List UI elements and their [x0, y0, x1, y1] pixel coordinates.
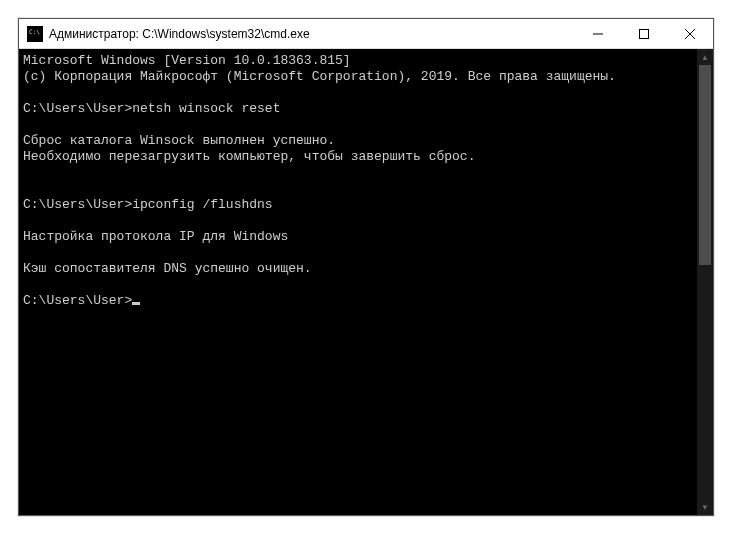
terminal-line: Настройка протокола IP для Windows	[23, 229, 693, 245]
scroll-down-icon[interactable]: ▼	[697, 499, 713, 515]
terminal-line: Кэш сопоставителя DNS успешно очищен.	[23, 261, 693, 277]
terminal-line: C:\Users\User>netsh winsock reset	[23, 101, 693, 117]
close-button[interactable]	[667, 19, 713, 48]
terminal-output[interactable]: Microsoft Windows [Version 10.0.18363.81…	[19, 49, 697, 515]
cmd-window: Администратор: C:\Windows\system32\cmd.e…	[18, 18, 714, 516]
maximize-icon	[639, 29, 649, 39]
terminal-line: Сброс каталога Winsock выполнен успешно.	[23, 133, 693, 149]
window-controls	[575, 19, 713, 48]
scroll-up-icon[interactable]: ▲	[697, 49, 713, 65]
terminal-line	[23, 213, 693, 229]
terminal-line: (c) Корпорация Майкрософт (Microsoft Cor…	[23, 69, 693, 85]
scrollbar[interactable]: ▲ ▼	[697, 49, 713, 515]
close-icon	[685, 29, 695, 39]
cmd-icon	[27, 26, 43, 42]
terminal-line	[23, 117, 693, 133]
terminal-line	[23, 85, 693, 101]
terminal-line: C:\Users\User>ipconfig /flushdns	[23, 197, 693, 213]
terminal-line	[23, 277, 693, 293]
window-title: Администратор: C:\Windows\system32\cmd.e…	[49, 27, 575, 41]
content-area: Microsoft Windows [Version 10.0.18363.81…	[19, 49, 713, 515]
svg-rect-1	[640, 29, 649, 38]
terminal-line	[23, 165, 693, 181]
terminal-line	[23, 245, 693, 261]
terminal-line: Microsoft Windows [Version 10.0.18363.81…	[23, 53, 693, 69]
terminal-line: C:\Users\User>	[23, 293, 693, 309]
maximize-button[interactable]	[621, 19, 667, 48]
titlebar[interactable]: Администратор: C:\Windows\system32\cmd.e…	[19, 19, 713, 49]
minimize-button[interactable]	[575, 19, 621, 48]
scrollbar-thumb[interactable]	[699, 65, 711, 265]
terminal-line: Необходимо перезагрузить компьютер, чтоб…	[23, 149, 693, 165]
cursor	[132, 302, 140, 305]
terminal-line	[23, 181, 693, 197]
minimize-icon	[593, 29, 603, 39]
